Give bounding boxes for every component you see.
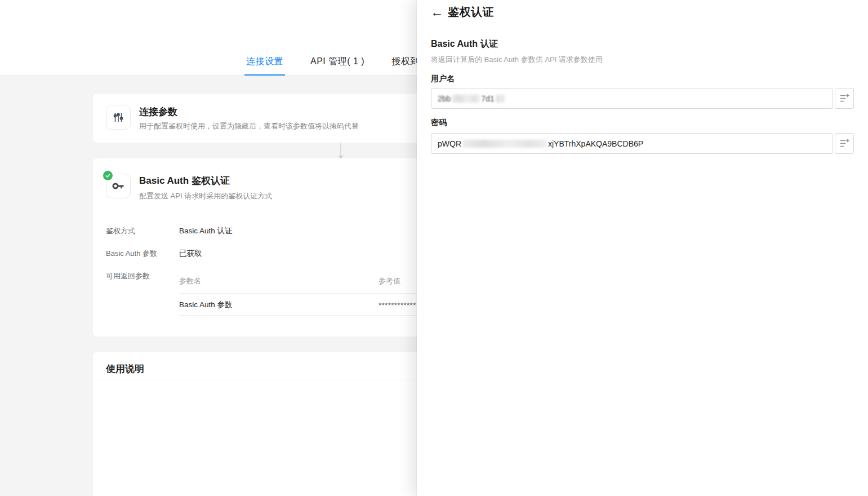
table-row-param-name: Basic Auth 参数 <box>179 300 233 310</box>
tab-connection-settings[interactable]: 连接设置 <box>246 56 283 75</box>
basic-auth-section-description: 将返回计算后的 Basic Auth 参数供 API 请求参数使用 <box>431 55 603 65</box>
drawer-header: ← 鉴权认证 <box>417 0 868 29</box>
return-params-label: 可用返回参数 <box>106 271 150 281</box>
password-input[interactable]: pWQRxjYBTrhXpAKQA9BCDB6P <box>431 133 833 154</box>
tab-api-management[interactable]: API 管理( 1 ) <box>310 56 364 75</box>
flow-connector-line <box>340 143 341 156</box>
password-value-suffix: xjYBTrhXpAKQA9BCDB6P <box>548 139 643 148</box>
tab-bar: 连接设置 API 管理( 1 ) 授权到应 <box>246 56 429 75</box>
basic-auth-card-title: Basic Auth 鉴权认证 <box>139 174 230 187</box>
auth-method-value: Basic Auth 认证 <box>179 226 233 236</box>
redaction-smudge <box>462 140 547 148</box>
table-header-param-name: 参数名 <box>179 276 201 286</box>
username-label: 用户名 <box>431 74 455 84</box>
basic-auth-param-label: Basic Auth 参数 <box>106 249 157 259</box>
connection-params-description: 用于配置鉴权时使用，设置为隐藏后，查看时该参数值将以掩码代替 <box>139 121 359 131</box>
insert-list-plus-icon <box>840 94 849 103</box>
table-header-reference-value: 参考值 <box>379 276 400 286</box>
key-icon <box>111 179 126 193</box>
username-input[interactable]: 2bb7d1 <box>431 88 833 109</box>
insert-variable-button[interactable] <box>835 88 854 109</box>
sliders-icon-box <box>106 105 131 130</box>
redaction-smudge <box>452 95 480 103</box>
password-value-prefix: pWQR <box>438 139 461 148</box>
password-field-row: pWQRxjYBTrhXpAKQA9BCDB6P <box>431 133 854 154</box>
username-field-row: 2bb7d1 <box>431 88 854 109</box>
check-badge-icon <box>102 170 114 181</box>
redaction-smudge <box>496 95 505 103</box>
basic-auth-param-value: 已获取 <box>179 249 202 259</box>
back-arrow-icon[interactable]: ← <box>430 4 443 20</box>
drawer-title: 鉴权认证 <box>448 5 494 20</box>
connector-config-page: 连接设置 API 管理( 1 ) 授权到应 连接参数 用 <box>0 0 868 496</box>
connection-params-title: 连接参数 <box>139 105 177 118</box>
usage-notes-title: 使用说明 <box>106 362 144 375</box>
username-value-prefix: 2bb <box>438 94 451 103</box>
table-row-reference-value: ************ ( <box>379 301 421 309</box>
password-label: 密码 <box>431 118 447 128</box>
insert-variable-button[interactable] <box>835 133 854 154</box>
insert-list-plus-icon <box>840 139 849 148</box>
auth-drawer: ← 鉴权认证 Basic Auth 认证 将返回计算后的 Basic Auth … <box>417 0 868 496</box>
key-icon-box <box>106 174 131 198</box>
basic-auth-section-title: Basic Auth 认证 <box>431 38 498 50</box>
sliders-icon <box>112 111 124 123</box>
username-value-suffix: 7d1 <box>481 94 494 103</box>
basic-auth-card-description: 配置发送 API 请求时采用的鉴权认证方式 <box>139 191 272 201</box>
auth-method-label: 鉴权方式 <box>106 226 135 236</box>
